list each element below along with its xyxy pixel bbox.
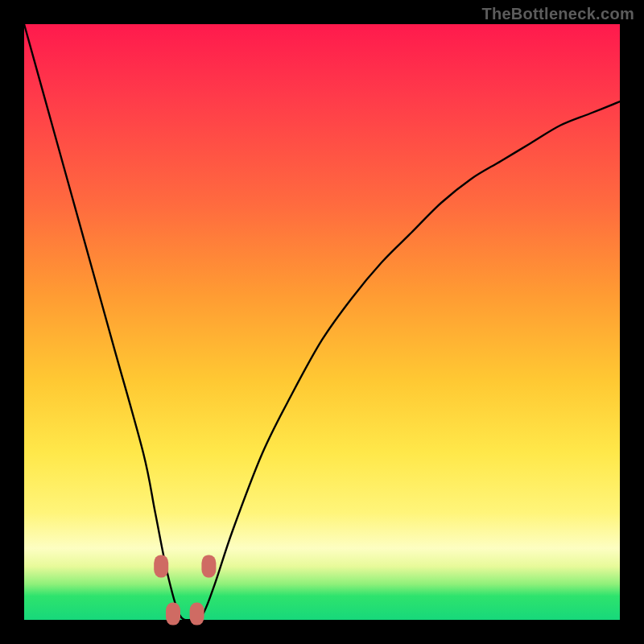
watermark-text: TheBottleneck.com <box>481 5 634 23</box>
chart-frame: TheBottleneck.com <box>0 0 644 644</box>
bottleneck-curve <box>24 24 620 620</box>
plot-area <box>24 24 620 620</box>
curve-marker <box>190 603 204 625</box>
curve-marker <box>166 603 180 625</box>
curve-svg <box>24 24 620 620</box>
curve-marker <box>201 555 216 577</box>
marker-group <box>154 555 216 625</box>
curve-marker <box>154 555 168 577</box>
